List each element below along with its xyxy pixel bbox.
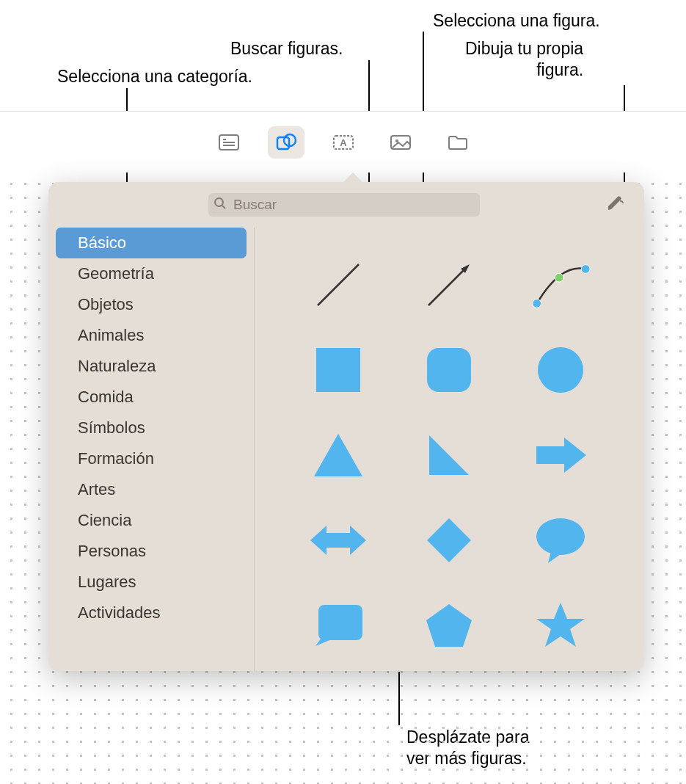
svg-marker-30: [426, 604, 472, 647]
shape-rounded-square[interactable]: [417, 338, 481, 402]
sidebar-item-label: Lugares: [78, 573, 136, 592]
svg-point-20: [538, 347, 583, 393]
shape-arrow-line[interactable]: [417, 253, 481, 317]
shape-star[interactable]: [528, 593, 593, 658]
toolbar-text-icon[interactable]: A: [325, 126, 362, 159]
sidebar-item-label: Comida: [78, 388, 134, 407]
svg-point-10: [215, 198, 223, 206]
category-sidebar: Básico Geometría Objetos Animales Natura…: [48, 228, 254, 671]
callout-draw-own: Dibuja tu propia figura.: [465, 38, 583, 81]
shape-right-triangle[interactable]: [417, 423, 481, 487]
svg-line-13: [428, 269, 465, 305]
sidebar-item-label: Básico: [78, 233, 126, 253]
svg-marker-25: [427, 518, 471, 562]
search-row: [48, 182, 644, 228]
shape-bezier[interactable]: [528, 253, 593, 317]
sidebar-item-label: Formación: [78, 449, 154, 468]
shape-callout-rect[interactable]: [306, 593, 371, 658]
shape-square[interactable]: [306, 338, 371, 402]
svg-rect-28: [318, 605, 362, 640]
svg-marker-31: [536, 603, 585, 647]
svg-rect-18: [316, 348, 360, 392]
sidebar-item-artes[interactable]: Artes: [56, 474, 247, 505]
svg-text:A: A: [340, 137, 347, 148]
sidebar-item-lugares[interactable]: Lugares: [56, 567, 247, 598]
draw-pen-button[interactable]: [605, 193, 625, 217]
shape-circle[interactable]: [528, 338, 593, 402]
toolbar-image-icon[interactable]: [382, 126, 419, 159]
sidebar-item-label: Personas: [78, 542, 146, 561]
sidebar-item-actividades[interactable]: Actividades: [56, 598, 247, 628]
toolbar-folder-icon[interactable]: [439, 126, 476, 159]
svg-point-26: [536, 518, 585, 555]
svg-point-16: [555, 273, 563, 282]
sidebar-item-label: Objetos: [78, 295, 134, 314]
shape-pentagon[interactable]: [417, 593, 481, 658]
sidebar-item-label: Naturaleza: [78, 357, 156, 376]
sidebar-item-animales[interactable]: Animales: [56, 320, 247, 351]
shape-diamond[interactable]: [417, 508, 481, 573]
callout-select-category: Selecciona una categoría.: [57, 66, 252, 87]
popover-body: Básico Geometría Objetos Animales Natura…: [48, 228, 644, 671]
svg-marker-23: [536, 438, 586, 473]
search-input[interactable]: [208, 193, 480, 217]
callout-search-shapes: Buscar figuras.: [230, 38, 343, 59]
callout-select-shape: Selecciona una figura.: [433, 10, 600, 32]
search-icon: [214, 197, 227, 213]
svg-marker-21: [314, 434, 362, 476]
sidebar-item-objetos[interactable]: Objetos: [56, 289, 247, 320]
sidebar-item-ciencia[interactable]: Ciencia: [56, 505, 247, 536]
sidebar-item-basico[interactable]: Básico: [56, 228, 247, 258]
sidebar-item-label: Animales: [78, 326, 144, 345]
shape-speech-bubble[interactable]: [528, 508, 593, 573]
svg-marker-24: [310, 526, 366, 555]
shape-arrow-right[interactable]: [528, 423, 593, 487]
svg-line-12: [318, 264, 359, 305]
sidebar-item-comida[interactable]: Comida: [56, 382, 247, 413]
shape-triangle[interactable]: [306, 423, 371, 487]
toolbar-shapes-icon[interactable]: [268, 126, 304, 159]
sidebar-item-naturaleza[interactable]: Naturaleza: [56, 351, 247, 382]
sidebar-item-simbolos[interactable]: Símbolos: [56, 413, 247, 443]
sidebar-item-label: Actividades: [78, 603, 161, 623]
sidebar-item-label: Símbolos: [78, 418, 145, 438]
shapes-popover: Básico Geometría Objetos Animales Natura…: [48, 182, 644, 671]
svg-point-15: [533, 300, 541, 308]
shape-arrow-left-right[interactable]: [306, 508, 371, 573]
svg-point-17: [582, 265, 591, 274]
svg-marker-22: [429, 435, 469, 475]
toolbar: A: [0, 111, 686, 173]
sidebar-item-label: Geometría: [78, 264, 154, 283]
sidebar-item-formacion[interactable]: Formación: [56, 443, 247, 474]
svg-rect-19: [427, 348, 471, 392]
sidebar-item-personas[interactable]: Personas: [56, 536, 247, 567]
sidebar-item-label: Ciencia: [78, 511, 131, 530]
sidebar-item-label: Artes: [78, 480, 115, 499]
sidebar-item-geometria[interactable]: Geometría: [56, 258, 247, 289]
shapes-grid: [255, 228, 644, 671]
shape-line[interactable]: [306, 253, 371, 317]
toolbar-list-icon[interactable]: [211, 126, 247, 159]
svg-line-11: [222, 206, 225, 208]
